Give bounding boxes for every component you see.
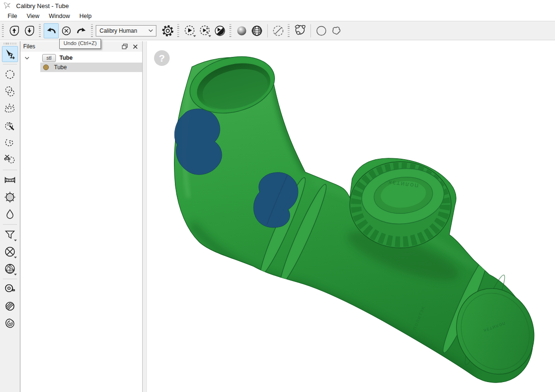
sphere-blob-icon <box>293 24 307 38</box>
play-filled-icon <box>213 24 227 37</box>
mesh-color-swatch <box>43 64 49 70</box>
title-bar: Calibry Nest - Tube <box>0 0 555 11</box>
screw-cap[interactable]: политэк <box>350 162 451 248</box>
app-window: Calibry Nest - Tube File View Window Hel… <box>0 0 555 392</box>
toolbar-grip[interactable] <box>177 24 179 37</box>
menu-file[interactable]: File <box>3 12 22 20</box>
circle-icon <box>315 24 328 37</box>
sidebar-divider <box>3 170 17 170</box>
toolbar-grip[interactable] <box>288 24 290 37</box>
menu-bar: File View Window Help <box>0 11 555 21</box>
file-format-badge: stl <box>42 54 56 62</box>
tool-smooth[interactable] <box>2 206 18 222</box>
sidebar-grip[interactable] <box>4 43 16 45</box>
tree-item-row-selected[interactable]: Tube <box>40 63 142 72</box>
start-button[interactable] <box>182 23 197 38</box>
toolbar-grip[interactable] <box>39 24 41 37</box>
gear-icon <box>161 24 174 37</box>
toolbar-grip[interactable] <box>2 24 4 37</box>
caret-down-icon <box>14 239 17 242</box>
tool-lasso-selection[interactable] <box>2 100 18 117</box>
wireframe-view-button[interactable] <box>249 23 264 38</box>
menu-help[interactable]: Help <box>75 12 97 20</box>
main-area: Files stl <box>0 41 555 392</box>
help-button[interactable]: ? <box>154 50 170 66</box>
tool-magic-wand-selection[interactable] <box>2 118 18 134</box>
toolbar-divider <box>310 24 311 37</box>
tool-measure[interactable] <box>2 281 18 297</box>
tool-cut-selection[interactable] <box>2 152 18 168</box>
shaded-view-button[interactable] <box>234 23 249 38</box>
selection-patch-elbow[interactable] <box>174 109 222 174</box>
smooth-surface-button[interactable] <box>292 23 308 38</box>
hummingbird-icon <box>3 2 12 9</box>
start-add-button[interactable] <box>197 23 212 38</box>
measure-tape-icon <box>3 283 17 296</box>
file-group-label: Tube <box>60 55 73 61</box>
tool-triangulate[interactable] <box>2 261 18 277</box>
tool-circle-selection[interactable] <box>2 66 18 82</box>
tube-model[interactable]: политэк политэк политэк <box>147 41 555 392</box>
main-toolbar: Calibry Human <box>0 21 555 40</box>
tool-simplify[interactable] <box>2 244 18 260</box>
caret-down-icon <box>208 35 211 37</box>
circle-tool-button[interactable] <box>314 23 329 38</box>
3d-viewport[interactable]: политэк политэк политэк ? <box>147 41 555 392</box>
toolbar-divider <box>267 24 268 37</box>
circle-x-icon <box>61 25 72 36</box>
tool-select-transform[interactable] <box>2 46 18 62</box>
sidebar-divider <box>3 64 17 64</box>
cancel-button[interactable] <box>59 23 74 38</box>
tool-fill-holes[interactable] <box>2 189 18 205</box>
close-panel-button[interactable] <box>131 43 139 50</box>
tool-filter[interactable] <box>2 227 18 243</box>
bridge-icon <box>3 173 17 187</box>
brush-selection-icon <box>4 85 16 98</box>
tool-bridge[interactable] <box>2 172 18 188</box>
redo-button[interactable] <box>74 23 89 38</box>
caret-down-icon <box>14 273 17 276</box>
profile-select-value: Calibry Human <box>100 27 148 34</box>
slash-circle-icon <box>272 24 285 37</box>
shield-arrow-up-icon <box>8 25 20 37</box>
undo-button[interactable] <box>44 23 59 38</box>
tool-freeform-selection[interactable] <box>2 135 18 151</box>
toolbar-grip[interactable] <box>229 24 231 37</box>
tree-group-row[interactable]: stl Tube <box>20 53 142 63</box>
caret-down-icon <box>193 35 196 37</box>
tools-sidebar <box>0 41 20 392</box>
menu-view[interactable]: View <box>22 12 44 20</box>
shield-arrow-down-icon <box>23 25 36 37</box>
menu-window[interactable]: Window <box>44 12 74 20</box>
tool-topology[interactable] <box>2 315 18 331</box>
close-icon <box>133 44 138 49</box>
freeform-selection-icon <box>3 136 17 149</box>
panel-splitter[interactable] <box>143 41 147 392</box>
float-window-icon <box>122 44 128 49</box>
blob-icon <box>330 24 343 37</box>
undo-tooltip: Undo (Ctrl+Z) <box>59 39 101 49</box>
blob-tool-button[interactable] <box>329 23 344 38</box>
contour-spiral-icon <box>4 317 16 329</box>
tool-texture[interactable] <box>2 298 18 314</box>
globe-icon <box>250 24 264 37</box>
export-button[interactable] <box>22 23 37 38</box>
no-texture-button[interactable] <box>271 23 286 38</box>
chevron-down-icon <box>148 29 153 32</box>
water-drop-icon <box>4 208 16 220</box>
process-button[interactable] <box>212 23 227 38</box>
chevron-down-icon[interactable] <box>23 56 31 60</box>
hatched-circle-icon <box>4 300 16 312</box>
import-button[interactable] <box>7 23 22 38</box>
redo-arrow-icon <box>75 25 88 37</box>
toolbar-grip[interactable] <box>91 24 93 37</box>
lasso-selection-icon <box>3 102 17 115</box>
cut-selection-icon <box>3 153 17 166</box>
settings-button[interactable] <box>160 23 175 38</box>
undo-arrow-icon <box>45 25 57 37</box>
float-panel-button[interactable] <box>120 43 129 50</box>
sphere-icon <box>236 25 248 37</box>
tool-brush-selection[interactable] <box>2 83 18 100</box>
profile-select[interactable]: Calibry Human <box>96 25 156 36</box>
fill-holes-icon <box>3 191 17 204</box>
